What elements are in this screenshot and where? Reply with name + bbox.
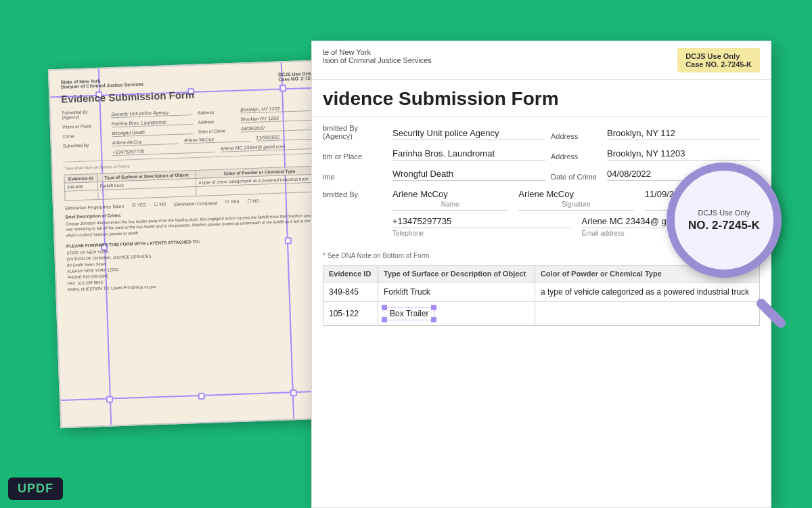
pdf-color-2[interactable] — [535, 302, 759, 326]
pdf-object-2[interactable]: Box Trailer — [378, 302, 535, 326]
sel-handle-bl[interactable] — [106, 396, 113, 402]
sel-handle-bm[interactable] — [198, 393, 205, 400]
pdf-main-title: vidence Submission Form — [312, 80, 771, 117]
scan-document: State of New York Division of Criminal J… — [48, 60, 344, 428]
pdf-telephone-col: +13475297735 Telephone — [392, 216, 571, 237]
scan-header-left: State of New York Division of Criminal J… — [60, 77, 143, 89]
pdf-evidence-id-1[interactable]: 349-845 — [323, 282, 378, 302]
pdf-name-col: Arlene McCoy Name — [392, 189, 508, 211]
pdf-header: te of New York ision of Criminal Justice… — [312, 41, 771, 80]
scan-evidence-table: Evidence ID Type of Surface or Descripti… — [64, 165, 324, 200]
pdf-evidence-id-2[interactable]: 105-122 — [323, 302, 378, 326]
pdf-table-row-2: 105-122 Box Trailer — [323, 302, 760, 326]
sel-handle-br[interactable] — [290, 389, 297, 396]
pdf-header-left: te of New York ision of Criminal Justice… — [323, 48, 432, 72]
magnifier-text-top: DCJS Use Only — [698, 208, 750, 218]
pdf-object-1[interactable]: Forklift Truck — [378, 282, 535, 302]
magnifier-text-main: NO. 2-7245-K — [688, 219, 760, 232]
bt-handle-bl[interactable] — [382, 317, 387, 322]
pdf-col-id: Evidence ID — [323, 266, 378, 282]
sel-line-bottom — [61, 390, 342, 402]
scan-forward-addr: STATE OF NEW YORK DIVISION OF CRIMINAL J… — [66, 241, 328, 293]
pdf-col-object: Type of Surface or Description of Object — [378, 266, 535, 282]
magnifier-circle: DCJS Use Only NO. 2-7245-K — [667, 163, 782, 278]
bt-handle-br[interactable] — [431, 317, 436, 322]
pdf-signature-col: Arlene McCoy Signature — [518, 189, 633, 211]
box-trailer-selected[interactable]: Box Trailer — [384, 307, 434, 320]
updf-logo[interactable]: UPDF — [8, 478, 63, 500]
bt-handle-tr[interactable] — [431, 305, 436, 310]
magnifier: DCJS Use Only NO. 2-7245-K — [660, 163, 795, 298]
pdf-victim-row: tim or Place Farinha Bros. Laundromat Ad… — [323, 148, 760, 161]
pdf-header-right: DCJS Use Only Case NO. 2-7245-K — [677, 48, 760, 72]
scan-doc-content: State of New York Division of Criminal J… — [49, 61, 339, 303]
pdf-agency-row: bmitted By (Agency) Security Unit police… — [323, 124, 760, 140]
bt-handle-tl[interactable] — [382, 305, 387, 310]
